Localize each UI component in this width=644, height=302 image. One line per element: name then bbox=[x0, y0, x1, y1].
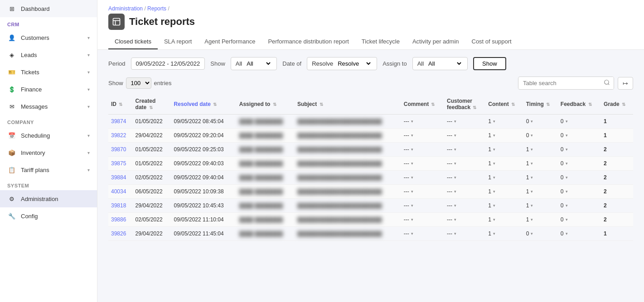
custfb-chevron-1[interactable]: ▾ bbox=[454, 133, 456, 138]
th-customer-feedback[interactable]: Customerfeedback ⇅ bbox=[444, 94, 485, 115]
id-link-39822[interactable]: 39822 bbox=[111, 132, 126, 139]
content-chevron-6[interactable]: ▾ bbox=[493, 203, 495, 208]
export-button[interactable]: ↦ bbox=[618, 77, 633, 90]
fb-chevron-5[interactable]: ▾ bbox=[566, 189, 568, 194]
id-link-39875[interactable]: 39875 bbox=[111, 160, 126, 167]
entries-select[interactable]: 100 50 25 bbox=[126, 77, 151, 89]
timing-chevron-8[interactable]: ▾ bbox=[531, 231, 533, 236]
custfb-chevron-8[interactable]: ▾ bbox=[454, 231, 456, 236]
sidebar-item-administration[interactable]: ⚙ Administration bbox=[0, 190, 97, 207]
content-chevron-7[interactable]: ▾ bbox=[493, 217, 495, 222]
th-comment[interactable]: Comment ⇅ bbox=[401, 94, 444, 115]
fb-chevron-4[interactable]: ▾ bbox=[566, 175, 568, 180]
custfb-chevron-6[interactable]: ▾ bbox=[454, 203, 456, 208]
sidebar-item-tickets[interactable]: 🎫 Tickets ▾ bbox=[0, 63, 97, 81]
comment-chevron-6[interactable]: ▾ bbox=[411, 203, 413, 208]
id-link-40034[interactable]: 40034 bbox=[111, 188, 126, 195]
timing-chevron-3[interactable]: ▾ bbox=[531, 161, 533, 166]
sidebar-item-config[interactable]: 🔧 Config bbox=[0, 207, 97, 225]
comment-chevron-3[interactable]: ▾ bbox=[411, 161, 413, 166]
timing-chevron-7[interactable]: ▾ bbox=[531, 217, 533, 222]
id-link-39870[interactable]: 39870 bbox=[111, 146, 126, 153]
th-content[interactable]: Content ⇅ bbox=[485, 94, 523, 115]
show-dropdown[interactable]: All bbox=[245, 60, 272, 67]
fb-chevron-8[interactable]: ▾ bbox=[566, 231, 568, 236]
date-of-select[interactable]: Resolve Resolve bbox=[307, 57, 377, 70]
th-id[interactable]: ID ⇅ bbox=[108, 94, 133, 115]
tab-ticket-lifecycle[interactable]: Ticket lifecycle bbox=[355, 34, 406, 49]
comment-chevron-7[interactable]: ▾ bbox=[411, 217, 413, 222]
show-button[interactable]: Show bbox=[473, 57, 506, 70]
sidebar-item-dashboard[interactable]: ⊞ Dashboard bbox=[0, 0, 97, 17]
sidebar-item-messages[interactable]: ✉ Messages ▾ bbox=[0, 98, 97, 115]
comment-chevron-4[interactable]: ▾ bbox=[411, 175, 413, 180]
content-chevron-8[interactable]: ▾ bbox=[493, 231, 495, 236]
breadcrumb-admin[interactable]: Administration bbox=[108, 5, 143, 12]
th-subject[interactable]: Subject ⇅ bbox=[295, 94, 401, 115]
timing-chevron-5[interactable]: ▾ bbox=[531, 189, 533, 194]
content-chevron-5[interactable]: ▾ bbox=[493, 189, 495, 194]
date-of-dropdown[interactable]: Resolve bbox=[336, 60, 372, 67]
th-feedback[interactable]: Feedback ⇅ bbox=[558, 94, 601, 115]
sidebar-item-scheduling[interactable]: 📅 Scheduling ▾ bbox=[0, 127, 97, 144]
tab-cost-of-support[interactable]: Cost of support bbox=[465, 34, 518, 49]
comment-chevron-8[interactable]: ▾ bbox=[411, 231, 413, 236]
id-link-39874[interactable]: 39874 bbox=[111, 118, 126, 125]
custfb-chevron-4[interactable]: ▾ bbox=[454, 175, 456, 180]
content-chevron-4[interactable]: ▾ bbox=[493, 175, 495, 180]
custfb-chevron-2[interactable]: ▾ bbox=[454, 147, 456, 152]
th-created-date[interactable]: Createddate ⇅ bbox=[133, 94, 171, 115]
sidebar-item-inventory[interactable]: 📦 Inventory ▾ bbox=[0, 144, 97, 161]
tab-sla-report[interactable]: SLA report bbox=[158, 34, 198, 49]
th-timing[interactable]: Timing ⇅ bbox=[523, 94, 558, 115]
fb-chevron-6[interactable]: ▾ bbox=[566, 203, 568, 208]
custfb-chevron-3[interactable]: ▾ bbox=[454, 161, 456, 166]
th-resolved-date[interactable]: Resolved date ⇅ bbox=[171, 94, 237, 115]
tab-agent-performance[interactable]: Agent Performance bbox=[198, 34, 261, 49]
fb-chevron-7[interactable]: ▾ bbox=[566, 217, 568, 222]
breadcrumb-reports[interactable]: Reports bbox=[147, 5, 166, 12]
comment-chevron-0[interactable]: ▾ bbox=[411, 119, 413, 124]
comment-chevron-5[interactable]: ▾ bbox=[411, 189, 413, 194]
timing-chevron-6[interactable]: ▾ bbox=[531, 203, 533, 208]
custfb-chevron-7[interactable]: ▾ bbox=[454, 217, 456, 222]
table-search-input[interactable] bbox=[518, 77, 600, 89]
content-chevron-2[interactable]: ▾ bbox=[493, 147, 495, 152]
comment-chevron-2[interactable]: ▾ bbox=[411, 147, 413, 152]
id-link-39818[interactable]: 39818 bbox=[111, 202, 126, 209]
timing-chevron-2[interactable]: ▾ bbox=[531, 147, 533, 152]
page-title-row: Ticket reports bbox=[108, 14, 633, 30]
fb-chevron-3[interactable]: ▾ bbox=[566, 161, 568, 166]
id-link-39886[interactable]: 39886 bbox=[111, 216, 126, 223]
id-link-39826[interactable]: 39826 bbox=[111, 230, 126, 237]
period-label: Period bbox=[108, 60, 126, 67]
timing-chevron-1[interactable]: ▾ bbox=[531, 133, 533, 138]
custfb-chevron-0[interactable]: ▾ bbox=[454, 119, 456, 124]
id-link-39884[interactable]: 39884 bbox=[111, 174, 126, 181]
timing-chevron-0[interactable]: ▾ bbox=[531, 119, 533, 124]
search-icon-button[interactable] bbox=[600, 77, 614, 89]
custfb-chevron-5[interactable]: ▾ bbox=[454, 189, 456, 194]
tab-activity-per-admin[interactable]: Activity per admin bbox=[406, 34, 465, 49]
tab-perf-distribution[interactable]: Performance distribution report bbox=[261, 34, 355, 49]
sidebar-item-leads[interactable]: ◈ Leads ▾ bbox=[0, 46, 97, 63]
period-input[interactable]: 09/05/2022 - 12/05/2022 bbox=[131, 58, 205, 70]
th-assigned-to[interactable]: Assigned to ⇅ bbox=[237, 94, 295, 115]
content-chevron-3[interactable]: ▾ bbox=[493, 161, 495, 166]
show-select[interactable]: All All bbox=[231, 57, 277, 70]
fb-chevron-2[interactable]: ▾ bbox=[566, 147, 568, 152]
sidebar-item-finance[interactable]: 💲 Finance ▾ bbox=[0, 81, 97, 98]
tab-closed-tickets[interactable]: Closed tickets bbox=[108, 34, 158, 49]
fb-chevron-0[interactable]: ▾ bbox=[566, 119, 568, 124]
comment-chevron-1[interactable]: ▾ bbox=[411, 133, 413, 138]
sidebar-item-tariff-plans[interactable]: 📋 Tariff plans ▾ bbox=[0, 161, 97, 178]
th-grade[interactable]: Grade ⇅ bbox=[601, 94, 633, 115]
assign-to-dropdown[interactable]: All bbox=[426, 60, 463, 67]
assign-to-select[interactable]: All All bbox=[412, 57, 468, 70]
timing-chevron-4[interactable]: ▾ bbox=[531, 175, 533, 180]
sidebar-item-customers[interactable]: 👤 Customers ▾ bbox=[0, 29, 97, 46]
cell-feedback-7: 0 ▾ bbox=[558, 213, 601, 227]
fb-chevron-1[interactable]: ▾ bbox=[566, 133, 568, 138]
content-chevron-0[interactable]: ▾ bbox=[493, 119, 495, 124]
content-chevron-1[interactable]: ▾ bbox=[493, 133, 495, 138]
